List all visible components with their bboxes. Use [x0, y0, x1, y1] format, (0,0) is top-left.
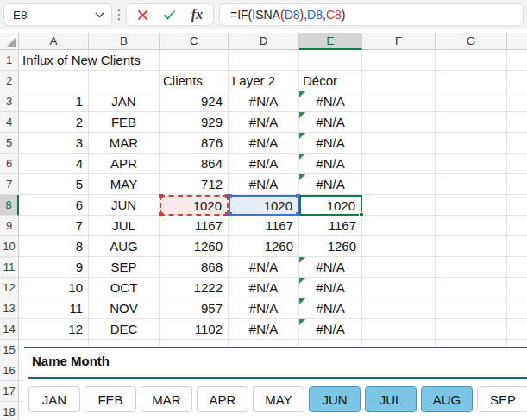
cell-f1[interactable] [362, 50, 436, 71]
cell-a8[interactable]: 6 [19, 195, 89, 216]
cell-c6[interactable]: 864 [160, 154, 229, 174]
cell-c4[interactable]: 929 [160, 112, 229, 133]
cell-h6[interactable] [507, 154, 527, 174]
cell-a7[interactable]: 5 [19, 174, 89, 195]
cell-d8[interactable]: 1020 [229, 195, 299, 216]
cell-e5[interactable]: #N/A [299, 133, 362, 154]
cell-d10[interactable]: 1260 [229, 236, 299, 257]
row-header-10[interactable]: 10 [0, 236, 19, 257]
cell-h1[interactable] [507, 50, 527, 71]
cell-g10[interactable] [436, 236, 507, 257]
row-header-6[interactable]: 6 [0, 154, 19, 174]
row-header-16[interactable]: 16 [0, 360, 19, 381]
row-header-8[interactable]: 8 [0, 195, 19, 216]
column-header-c[interactable]: C [160, 33, 229, 50]
formula-input[interactable]: =IF(ISNA(D8),D8,C8) [219, 3, 524, 26]
range-corner-handle[interactable] [228, 194, 232, 198]
cell-e11[interactable]: #N/A [299, 257, 362, 278]
cell-f3[interactable] [362, 91, 436, 112]
cell-e3[interactable]: #N/A [299, 91, 362, 112]
cell-e2[interactable]: Décor [299, 71, 362, 91]
cell-f2[interactable] [362, 71, 436, 91]
range-corner-handle[interactable] [159, 194, 163, 198]
cell-b13[interactable]: NOV [89, 298, 160, 319]
chevron-down-icon[interactable] [95, 12, 104, 18]
cell-g14[interactable] [436, 319, 507, 340]
slicer-button-apr[interactable]: APR [197, 386, 248, 412]
cell-a14[interactable]: 12 [19, 319, 89, 340]
cell-c14[interactable]: 1102 [160, 319, 229, 340]
enter-check-icon[interactable] [163, 9, 176, 20]
cell-d11[interactable]: #N/A [229, 257, 299, 278]
row-header-12[interactable]: 12 [0, 278, 19, 298]
cell-c5[interactable]: 876 [160, 133, 229, 154]
cell-e12[interactable]: #N/A [299, 278, 362, 298]
fill-handle[interactable] [359, 212, 364, 217]
slicer-button-feb[interactable]: FEB [85, 386, 136, 412]
row-header-9[interactable]: 9 [0, 216, 19, 236]
cell-b10[interactable]: AUG [89, 236, 160, 257]
cell-a2[interactable] [19, 71, 89, 91]
cell-c13[interactable]: 957 [160, 298, 229, 319]
row-header-11[interactable]: 11 [0, 257, 19, 278]
slicer-button-sep[interactable]: SEP [477, 386, 527, 412]
row-header-3[interactable]: 3 [0, 91, 19, 112]
cell-e10[interactable]: 1260 [299, 236, 362, 257]
cell-c1[interactable] [160, 50, 229, 71]
cell-h4[interactable] [507, 112, 527, 133]
cell-c12[interactable]: 1222 [160, 278, 229, 298]
cell-b12[interactable]: OCT [89, 278, 160, 298]
cell-d7[interactable]: #N/A [229, 174, 299, 195]
name-box[interactable]: E8 [3, 3, 112, 26]
cell-h11[interactable] [507, 257, 527, 278]
cell-f12[interactable] [362, 278, 436, 298]
cell-g6[interactable] [436, 154, 507, 174]
cell-e8[interactable]: 1020 [299, 195, 362, 216]
cell-e6[interactable]: #N/A [299, 154, 362, 174]
cell-d4[interactable]: #N/A [229, 112, 299, 133]
cell-d13[interactable]: #N/A [229, 298, 299, 319]
cell-g2[interactable] [436, 71, 507, 91]
insert-function-icon[interactable]: fx [191, 7, 203, 22]
grip-dots-icon[interactable]: ⋮ [114, 3, 124, 26]
cell-g13[interactable] [436, 298, 507, 319]
cell-h2[interactable] [507, 71, 527, 91]
cell-h10[interactable] [507, 236, 527, 257]
cell-g12[interactable] [436, 278, 507, 298]
cell-f8[interactable] [362, 195, 436, 216]
cell-c2[interactable]: Clients [160, 71, 229, 91]
cell-d5[interactable]: #N/A [229, 133, 299, 154]
cell-h7[interactable] [507, 174, 527, 195]
cell-a4[interactable]: 2 [19, 112, 89, 133]
cell-b9[interactable]: JUL [89, 216, 160, 236]
cell-g9[interactable] [436, 216, 507, 236]
column-header-f[interactable]: F [362, 33, 436, 50]
row-header-13[interactable]: 13 [0, 298, 19, 319]
cell-e13[interactable]: #N/A [299, 298, 362, 319]
cell-g7[interactable] [436, 174, 507, 195]
row-header-17[interactable]: 17 [0, 381, 19, 402]
cell-f10[interactable] [362, 236, 436, 257]
cell-g8[interactable] [436, 195, 507, 216]
cell-h12[interactable] [507, 278, 527, 298]
cell-a6[interactable]: 4 [19, 154, 89, 174]
cell-a3[interactable]: 1 [19, 91, 89, 112]
cell-h3[interactable] [507, 91, 527, 112]
cell-b7[interactable]: MAY [89, 174, 160, 195]
cell-a9[interactable]: 7 [19, 216, 89, 236]
cell-b2[interactable] [89, 71, 160, 91]
column-header-a[interactable]: A [19, 33, 89, 50]
cell-f13[interactable] [362, 298, 436, 319]
row-header-1[interactable]: 1 [0, 50, 19, 71]
slicer-button-jun[interactable]: JUN [309, 386, 361, 412]
cell-b3[interactable]: JAN [89, 91, 160, 112]
cell-e4[interactable]: #N/A [299, 112, 362, 133]
slicer-button-jan[interactable]: JAN [28, 386, 80, 412]
cell-c10[interactable]: 1260 [160, 236, 229, 257]
column-header-g[interactable]: G [436, 33, 507, 50]
cell-h9[interactable] [507, 216, 527, 236]
cell-g4[interactable] [436, 112, 507, 133]
column-header-b[interactable]: B [89, 33, 160, 50]
cell-c9[interactable]: 1167 [160, 216, 229, 236]
cell-f4[interactable] [362, 112, 436, 133]
